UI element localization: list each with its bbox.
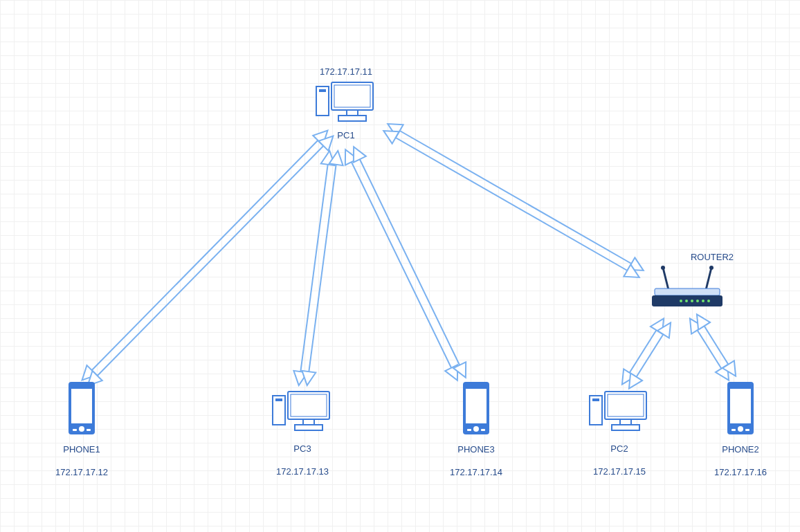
node-phone2-ip: 172.17.17.16 <box>699 467 782 477</box>
svg-rect-49 <box>655 288 720 295</box>
svg-point-48 <box>709 266 713 270</box>
svg-rect-24 <box>275 398 282 401</box>
svg-point-42 <box>738 426 743 432</box>
node-router2[interactable]: ROUTER2 <box>635 249 739 314</box>
phone-icon <box>64 380 99 436</box>
node-pc2-label: PC2 <box>574 443 664 454</box>
svg-rect-26 <box>291 394 327 416</box>
svg-rect-35 <box>592 398 599 401</box>
node-pc3[interactable]: PC3 172.17.17.13 <box>257 386 347 477</box>
svg-point-53 <box>691 300 693 302</box>
pc-icon <box>315 77 377 125</box>
node-phone1-ip: 172.17.17.12 <box>40 467 123 477</box>
svg-point-56 <box>707 300 710 302</box>
svg-rect-27 <box>303 419 314 425</box>
diagram-canvas: 172.17.17.11 PC1 PHONE1 172.17.17.12 <box>0 0 800 532</box>
svg-point-55 <box>702 300 704 302</box>
svg-rect-16 <box>347 110 358 116</box>
svg-rect-28 <box>295 425 322 430</box>
node-phone3-label: PHONE3 <box>435 444 518 455</box>
pc-icon <box>271 386 334 434</box>
node-phone1[interactable]: PHONE1 172.17.17.12 <box>40 380 123 477</box>
node-phone3[interactable]: PHONE3 172.17.17.14 <box>435 380 518 477</box>
pc-icon <box>588 386 651 434</box>
svg-rect-19 <box>71 389 92 423</box>
svg-point-51 <box>680 300 682 302</box>
node-pc2[interactable]: PC2 172.17.17.15 <box>574 386 664 477</box>
svg-rect-15 <box>334 85 370 107</box>
node-phone3-ip: 172.17.17.14 <box>435 467 518 477</box>
svg-rect-17 <box>338 116 366 121</box>
svg-line-45 <box>663 268 669 290</box>
svg-point-54 <box>696 300 699 302</box>
svg-rect-21 <box>73 429 77 431</box>
node-phone2-label: PHONE2 <box>699 444 782 455</box>
svg-rect-13 <box>319 89 326 92</box>
svg-rect-44 <box>745 429 749 431</box>
svg-rect-38 <box>620 419 631 425</box>
node-pc3-ip: 172.17.17.13 <box>257 466 347 477</box>
svg-point-20 <box>79 426 84 432</box>
svg-rect-32 <box>467 429 471 431</box>
node-router2-label: ROUTER2 <box>635 252 739 262</box>
svg-point-31 <box>473 426 479 432</box>
node-phone2[interactable]: PHONE2 172.17.17.16 <box>699 380 782 477</box>
svg-rect-30 <box>466 389 487 423</box>
svg-rect-43 <box>731 429 736 431</box>
svg-line-47 <box>706 268 711 290</box>
router-icon <box>649 264 725 312</box>
node-phone1-label: PHONE1 <box>40 444 123 455</box>
svg-rect-41 <box>730 389 751 423</box>
node-pc1-ip: 172.17.17.11 <box>304 66 388 77</box>
svg-point-46 <box>661 266 665 270</box>
phone-icon <box>459 380 493 436</box>
node-pc1[interactable]: 172.17.17.11 PC1 <box>304 62 388 140</box>
phone-icon <box>723 380 758 436</box>
svg-rect-39 <box>612 425 639 430</box>
node-pc2-ip: 172.17.17.15 <box>574 466 664 477</box>
svg-rect-37 <box>608 394 644 416</box>
node-pc1-label: PC1 <box>304 130 388 140</box>
svg-rect-33 <box>481 429 485 431</box>
svg-rect-22 <box>87 429 91 431</box>
svg-point-52 <box>685 300 688 302</box>
node-pc3-label: PC3 <box>257 443 347 454</box>
